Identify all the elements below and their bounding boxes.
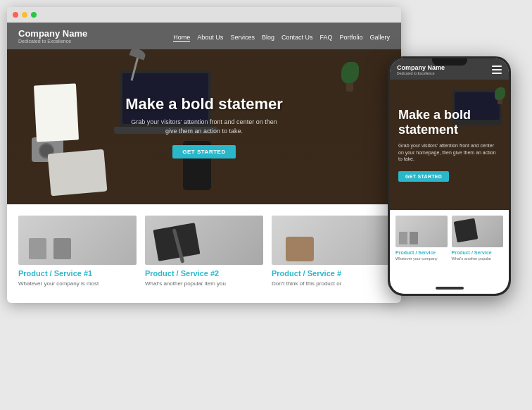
mobile-logo: Company Name Dedicated to Excellence [397,64,445,75]
lamp-icon [127,49,148,85]
maximize-button-dot[interactable] [31,12,37,18]
nav-link-contact[interactable]: Contact Us [281,34,313,41]
hamburger-line-3 [492,73,502,74]
mobile-product-desc-2: What's another popular [452,256,504,261]
product-desc-1: Whatever your company is most [18,280,137,287]
hero-section: Make a bold statemer Grab your visitors'… [7,49,401,204]
nav-item-faq[interactable]: FAQ [319,30,332,42]
product-image-1 [18,216,137,265]
nav-link-blog[interactable]: Blog [262,34,274,41]
nav-link-services[interactable]: Services [230,34,255,41]
minimize-button-dot[interactable] [22,12,27,18]
close-button-dot[interactable] [13,12,18,18]
mobile-screen: Company Name Dedicated to Excellence Mak [390,58,509,294]
nav-item-home[interactable]: Home [173,30,190,42]
hero-title: Make a bold statemer [125,95,283,113]
notepad-icon [34,83,79,142]
products-section: Product / Service #1 Whatever your compa… [7,204,401,299]
nav-item-gallery[interactable]: Gallery [369,30,390,42]
product-title-1: Product / Service #1 [18,269,137,278]
product-card-2: Product / Service #2 What's another popu… [145,216,263,287]
hamburger-line-2 [492,69,502,70]
product-desc-2: What's another popular item you [145,280,263,287]
mobile-hero-section: Make a bold statement Grab your visitors… [390,80,509,210]
site-nav: Company Name Dedicated to Excellence Hom… [7,23,401,49]
mobile-product-desc-1: Whatever your company [395,256,448,261]
product-card-1: Product / Service #1 Whatever your compa… [18,216,137,287]
nav-link-faq[interactable]: FAQ [319,34,332,41]
nav-item-about[interactable]: About Us [197,30,223,42]
plant-icon [341,63,359,92]
browser-bar [7,7,401,23]
nav-link-home[interactable]: Home [173,34,190,42]
mobile-product-image-2 [452,216,504,247]
main-nav: Home About Us Services Blog Contact Us F… [173,30,390,42]
mobile-product-image-1 [395,216,448,247]
mobile-notch [432,58,467,66]
nav-item-blog[interactable]: Blog [262,30,274,42]
nav-links: Home About Us Services Blog Contact Us F… [173,30,390,42]
browser-content: Company Name Dedicated to Excellence Hom… [7,23,401,303]
mobile-plant-icon [495,87,505,104]
mockup-container: Company Name Dedicated to Excellence Hom… [0,0,532,410]
lamp-head [129,49,147,60]
mobile-cta-button[interactable]: GET STARTED [398,171,449,182]
mobile-hero-subtitle: Grab your visitors' attention front and … [398,142,500,163]
desktop-browser: Company Name Dedicated to Excellence Hom… [7,7,401,303]
tablet-icon [48,149,108,197]
hero-content: Make a bold statemer Grab your visitors'… [125,95,283,159]
mobile-tagline: Dedicated to Excellence [397,71,445,75]
hamburger-menu-button[interactable] [492,66,502,74]
company-name: Company Name [18,28,87,39]
nav-link-gallery[interactable]: Gallery [369,34,390,41]
mobile-product-title-2: Product / Service [452,250,504,255]
home-indicator[interactable] [436,287,464,290]
site-logo: Company Name Dedicated to Excellence [18,28,87,44]
product-image-2 [145,216,263,265]
product-desc-3: Don't think of this product or [272,280,390,287]
mobile-product-card-1: Product / Service Whatever your company [395,216,448,261]
product-title-2: Product / Service #2 [145,269,263,278]
hero-subtitle: Grab your visitors' attention front and … [127,118,281,135]
nav-item-services[interactable]: Services [230,30,255,42]
nav-item-contact[interactable]: Contact Us [281,30,313,42]
product-image-3 [272,216,390,265]
mobile-hero-title: Make a bold statement [398,108,500,138]
hamburger-line-1 [492,66,502,67]
mobile-product-card-2: Product / Service What's another popular [452,216,504,261]
product-title-3: Product / Service # [272,269,390,278]
nav-link-about[interactable]: About Us [197,34,223,41]
product-card-3: Product / Service # Don't think of this … [272,216,390,287]
mobile-hero-content: Make a bold statement Grab your visitors… [398,108,500,182]
mobile-product-title-1: Product / Service [395,250,448,255]
mobile-products-section: Product / Service Whatever your company … [390,210,509,267]
tagline: Dedicated to Excellence [18,39,87,44]
mobile-device: Company Name Dedicated to Excellence Mak [388,56,511,296]
nav-link-portfolio[interactable]: Portfolio [339,34,362,41]
nav-item-portfolio[interactable]: Portfolio [339,30,362,42]
hero-cta-button[interactable]: GET STARTED [172,145,235,159]
